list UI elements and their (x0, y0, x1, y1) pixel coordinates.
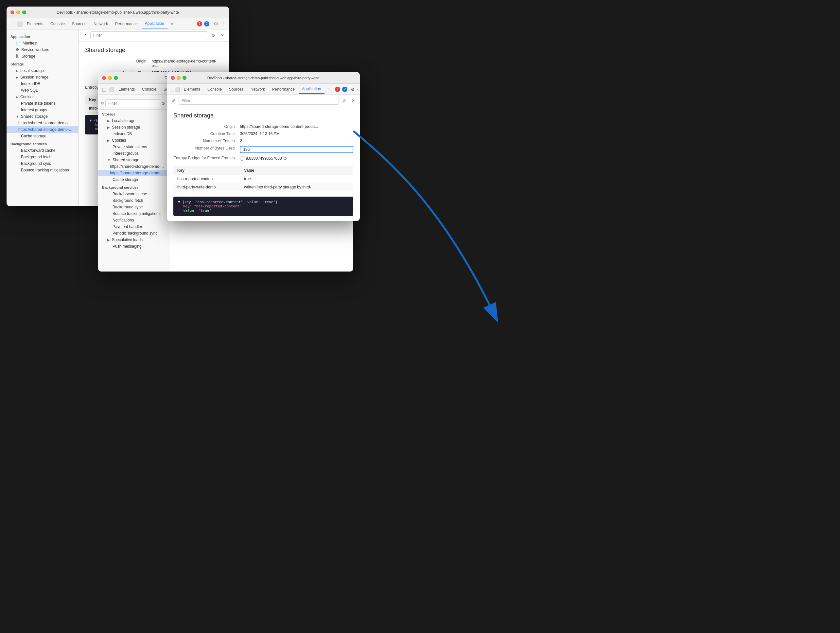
sidebar-item-cachestorage-2[interactable]: Cache storage (98, 176, 170, 183)
sidebar-item-notifications-2[interactable]: Notifications (98, 217, 170, 223)
sidebar-item-specloads-2[interactable]: ▶ Speculative loads (98, 237, 170, 243)
sidebar-item-bgfetch-1[interactable]: Background fetch (6, 154, 78, 160)
sidebar-item-interestgroups-2[interactable]: Interest groups (98, 150, 170, 157)
filter-input-3[interactable] (178, 97, 339, 105)
info-circle-icon-3[interactable]: i (240, 156, 244, 161)
sidebar-item-bouncetrack-1[interactable]: Bounce tracking mitigations (6, 167, 78, 174)
sidebar-item-bgsync-2[interactable]: Background sync (98, 204, 170, 210)
settings-icon-3[interactable]: ⚙ (351, 86, 355, 93)
tab-network-1[interactable]: Network (90, 20, 111, 28)
tab-console-3[interactable]: Console (204, 85, 225, 93)
tab-performance-1[interactable]: Performance (112, 20, 141, 28)
refresh-icon-1[interactable]: ↺ (81, 32, 89, 39)
more-icon-1[interactable]: ⋮ (220, 21, 226, 27)
message-badge-1: 2 (204, 21, 209, 27)
filter-input-2[interactable] (105, 99, 160, 107)
tab-elements-1[interactable]: Elements (24, 20, 46, 28)
maximize-button-3[interactable] (183, 76, 186, 80)
tab-network-3[interactable]: Network (247, 85, 268, 93)
sidebar-item-storage-1[interactable]: 🗄 Storage (6, 53, 78, 60)
sidebar-item-periodicbgsync-2[interactable]: Periodic background sync (98, 230, 170, 237)
close-button-2[interactable] (102, 76, 106, 80)
sidebar-item-privatestate-2[interactable]: Private state tokens (98, 144, 170, 150)
maximize-button-1[interactable] (22, 11, 26, 14)
tab-more-3[interactable]: » (325, 85, 334, 93)
sidebar-item-sessionstorage-1[interactable]: ▶ Session storage (6, 74, 78, 81)
sidebar-item-bfcache-2[interactable]: Back/forward cache (98, 191, 170, 197)
sidebar-item-interestgroups-1[interactable]: Interest groups (6, 107, 78, 113)
expand-local-1: ▶ (16, 69, 18, 73)
tab-application-1[interactable]: Application (142, 19, 167, 28)
tab-console-2[interactable]: Console (139, 85, 159, 93)
clear-filter-1[interactable]: ⊘ (209, 32, 217, 39)
filter-input-1[interactable] (90, 32, 208, 39)
more-icon-3[interactable]: ⋮ (355, 86, 360, 93)
table-row-3-2[interactable]: third-party-write-demo written into thir… (174, 183, 353, 191)
sidebar-item-localstorage-1[interactable]: ▶ Local storage (6, 67, 78, 74)
key-cell-3-2: third-party-write-demo (174, 183, 240, 191)
table-row-3-1[interactable]: has-reported-content true (174, 175, 353, 183)
sidebar-item-ss-origin2-2[interactable]: https://shared-storage-demo-... (98, 170, 170, 176)
sidebar-item-bgfetch-2[interactable]: Background fetch (98, 197, 170, 204)
sidebar-item-sharedstorage-1[interactable]: ▼ Shared storage (6, 113, 78, 120)
sidebar-item-ss-origin2-1[interactable]: https://shared-storage-demo-... (6, 126, 78, 133)
sidebar-section-bgsvc-2: Background services (98, 183, 170, 191)
device-icon-3[interactable]: ⬜ (174, 86, 180, 93)
sidebar-item-cookies-2[interactable]: ▶ Cookies (98, 137, 170, 144)
sidebar-item-bouncetrack-2[interactable]: Bounce tracking mitigations (98, 210, 170, 217)
bytes-label-3: Number of Bytes Used (174, 146, 235, 153)
device-icon[interactable]: ⬜ (16, 21, 23, 27)
origin-value-1: https://shared-storage-demo-content-pr..… (152, 59, 223, 68)
select-icon-3[interactable]: ⬚ (169, 86, 174, 93)
minimize-button-1[interactable] (16, 11, 20, 14)
code-key-3: key: "has-reported-content" (183, 204, 242, 208)
error-badge-1: 1 (197, 21, 202, 27)
refresh-icon-3[interactable]: ↺ (169, 97, 177, 105)
sidebar-item-sessionstorage-2[interactable]: ▶ Session storage (98, 124, 170, 131)
minimize-button-3[interactable] (177, 76, 180, 80)
tab-more-1[interactable]: » (168, 20, 177, 28)
close-filter-3[interactable]: ✕ (349, 97, 357, 105)
sidebar-item-cachestorage-1[interactable]: Cache storage (6, 133, 78, 139)
tab-elements-2[interactable]: Elements (115, 85, 138, 93)
tab-sources-1[interactable]: Sources (69, 20, 90, 28)
sidebar-item-bfcache-1[interactable]: Back/forward cache (6, 147, 78, 154)
close-button-3[interactable] (171, 76, 175, 80)
sidebar-item-ss-origin1-2[interactable]: https://shared-storage-demo-... (98, 163, 170, 170)
minimize-button-2[interactable] (108, 76, 112, 80)
close-button-1[interactable] (11, 11, 14, 14)
sidebar-item-privatestate-1[interactable]: Private state tokens (6, 100, 78, 107)
clear-filter-2[interactable]: ⊘ (162, 99, 165, 107)
tab-console-1[interactable]: Console (47, 20, 68, 28)
tab-performance-3[interactable]: Performance (269, 85, 298, 93)
select-icon[interactable]: ⬚ (9, 21, 16, 27)
refresh-icon-2[interactable]: ↺ (101, 99, 104, 107)
sidebar-item-serviceworkers-1[interactable]: ⚙ Service workers (6, 46, 78, 53)
tab-sources-3[interactable]: Sources (226, 85, 246, 93)
device-icon-2[interactable]: ⬜ (108, 86, 114, 93)
tab-application-3[interactable]: Application (298, 85, 324, 94)
tab-elements-3[interactable]: Elements (180, 85, 204, 93)
storage-icon-1: 🗄 (16, 54, 20, 58)
sidebar-item-websql-1[interactable]: Web SQL (6, 87, 78, 93)
sidebar-item-paymenthandler-2[interactable]: Payment handler (98, 223, 170, 230)
sidebar-1: Application 📄 Manifest ⚙ Service workers… (6, 30, 79, 206)
sidebar-item-sharedstorage-2[interactable]: ▼ Shared storage (98, 157, 170, 163)
title-bar-1: DevTools - shared-storage-demo-publisher… (6, 6, 229, 18)
close-filter-1[interactable]: ✕ (218, 32, 226, 39)
settings-icon-1[interactable]: ⚙ (213, 21, 219, 27)
sidebar-item-indexeddb-1[interactable]: IndexedDB (6, 81, 78, 87)
sidebar-item-pushmessaging-2[interactable]: Push messaging (98, 243, 170, 249)
sidebar-item-indexeddb-2[interactable]: IndexedDB (98, 131, 170, 137)
sidebar-item-bgsync-1[interactable]: Background sync (6, 160, 78, 167)
main-content-3: Shared storage Origin https://shared-sto… (167, 107, 360, 221)
sidebar-item-localstorage-2[interactable]: ▶ Local storage (98, 117, 170, 124)
select-icon-2[interactable]: ⬚ (101, 86, 107, 93)
maximize-button-2[interactable] (114, 76, 118, 80)
reload-entropy-btn-3[interactable]: ↺ (283, 156, 287, 161)
sidebar-item-ss-origin1-1[interactable]: https://shared-storage-demo-... (6, 120, 78, 126)
traffic-lights-2 (102, 76, 118, 80)
sidebar-item-manifest-1[interactable]: 📄 Manifest (6, 40, 78, 46)
clear-filter-3[interactable]: ⊘ (340, 97, 348, 105)
sidebar-item-cookies-1[interactable]: ▶ Cookies (6, 93, 78, 100)
